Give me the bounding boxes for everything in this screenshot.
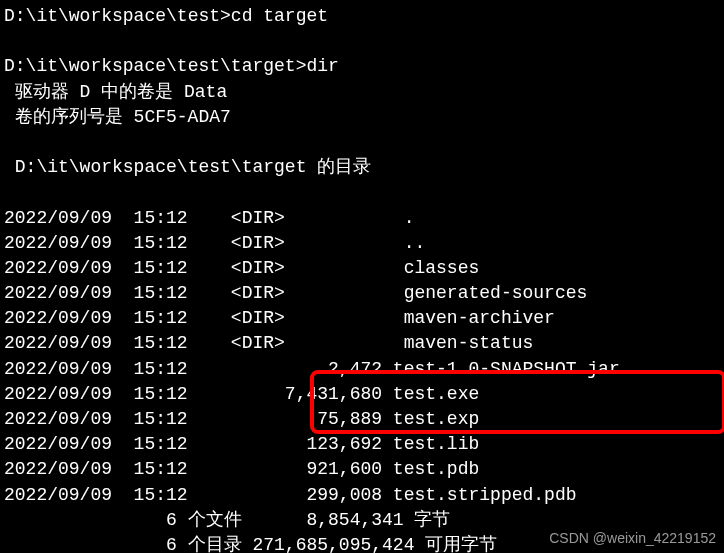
blank-line: [4, 180, 720, 205]
directory-of: D:\it\workspace\test\target 的目录: [4, 155, 720, 180]
list-item: 2022/09/09 15:12 921,600 test.pdb: [4, 457, 720, 482]
prompt-text: D:\it\workspace\test\target>: [4, 56, 306, 76]
command-text: dir: [306, 56, 338, 76]
list-item: 2022/09/09 15:12 2,472 test-1.0-SNAPSHOT…: [4, 357, 720, 382]
list-item: 2022/09/09 15:12 <DIR> maven-archiver: [4, 306, 720, 331]
file-listing: 2022/09/09 15:12 <DIR> .2022/09/09 15:12…: [4, 206, 720, 508]
list-item: 2022/09/09 15:12 <DIR> classes: [4, 256, 720, 281]
list-item: 2022/09/09 15:12 123,692 test.lib: [4, 432, 720, 457]
blank-line: [4, 29, 720, 54]
list-item: 2022/09/09 15:12 299,008 test.stripped.p…: [4, 483, 720, 508]
blank-line: [4, 130, 720, 155]
prompt-line-1[interactable]: D:\it\workspace\test>cd target: [4, 4, 720, 29]
prompt-text: D:\it\workspace\test>: [4, 6, 231, 26]
list-item: 2022/09/09 15:12 <DIR> generated-sources: [4, 281, 720, 306]
list-item: 2022/09/09 15:12 75,889 test.exp: [4, 407, 720, 432]
list-item: 2022/09/09 15:12 <DIR> .: [4, 206, 720, 231]
serial-info: 卷的序列号是 5CF5-ADA7: [4, 105, 720, 130]
prompt-line-2[interactable]: D:\it\workspace\test\target>dir: [4, 54, 720, 79]
volume-info: 驱动器 D 中的卷是 Data: [4, 80, 720, 105]
command-text: cd target: [231, 6, 328, 26]
list-item: 2022/09/09 15:12 7,431,680 test.exe: [4, 382, 720, 407]
list-item: 2022/09/09 15:12 <DIR> maven-status: [4, 331, 720, 356]
list-item: 2022/09/09 15:12 <DIR> ..: [4, 231, 720, 256]
watermark-text: CSDN @weixin_42219152: [549, 529, 716, 549]
